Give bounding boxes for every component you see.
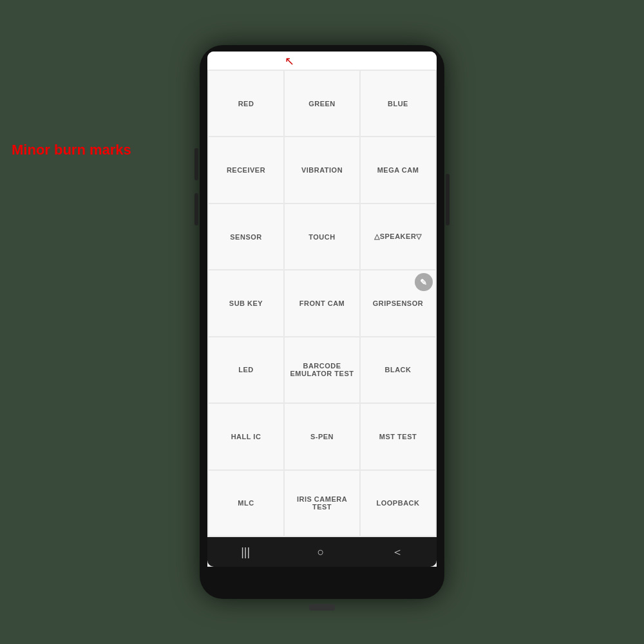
volume-up-button[interactable]: [194, 148, 198, 180]
grid-cell-blue[interactable]: BLUE: [361, 71, 435, 136]
grid-cell-iris-camera[interactable]: IRIS CAMERA TEST: [285, 471, 359, 536]
grid-cell-black[interactable]: BLACK: [361, 337, 435, 402]
grid-cell-loopback[interactable]: LOOPBACK: [361, 471, 435, 536]
navigation-bar: ||| ○ ＜: [207, 537, 437, 567]
arrow-icon: ↖: [285, 54, 294, 68]
grid-cell-barcode[interactable]: BARCODE EMULATOR TEST: [285, 337, 359, 402]
grid-cell-mega-cam[interactable]: MEGA CAM: [361, 137, 435, 202]
back-button[interactable]: ＜: [392, 544, 403, 560]
grid-cell-front-cam[interactable]: FRONT CAM: [285, 270, 359, 336]
grid-cell-red[interactable]: RED: [209, 71, 283, 136]
grid-cell-mst-test[interactable]: MST TEST: [361, 404, 435, 469]
screen-top-bar: ↖: [207, 52, 437, 70]
grid-cell-vibration[interactable]: VIBRATION: [285, 137, 359, 202]
grid-cell-sensor[interactable]: SENSOR: [209, 204, 283, 269]
volume-down-button[interactable]: [194, 193, 198, 225]
power-button[interactable]: [446, 174, 450, 225]
grid-cell-speaker[interactable]: △SPEAKER▽: [361, 204, 435, 269]
edit-fab-button[interactable]: ✎: [415, 273, 433, 291]
grid-cell-touch[interactable]: TOUCH: [285, 204, 359, 269]
home-button[interactable]: ○: [317, 545, 325, 559]
grid-cell-hall-ic[interactable]: HALL IC: [209, 404, 283, 469]
burn-marks-annotation: Minor burn marks: [12, 142, 131, 158]
grid-cell-sub-key[interactable]: SUB KEY: [209, 270, 283, 336]
usb-port: [309, 604, 335, 611]
grid-cell-s-pen[interactable]: S-PEN: [285, 404, 359, 469]
grid-cell-led[interactable]: LED: [209, 337, 283, 402]
grid-cell-receiver[interactable]: RECEIVER: [209, 137, 283, 202]
recents-button[interactable]: |||: [241, 545, 250, 559]
grid-cell-gripsensor[interactable]: GRIPSENSOR✎: [361, 270, 435, 336]
grid-cell-mlc[interactable]: MLC: [209, 471, 283, 536]
phone-screen: ↖ REDGREENBLUERECEIVERVIBRATIONMEGA CAMS…: [207, 52, 437, 567]
phone-device: ↖ REDGREENBLUERECEIVERVIBRATIONMEGA CAMS…: [200, 45, 444, 599]
grid-cell-green[interactable]: GREEN: [285, 71, 359, 136]
test-grid: REDGREENBLUERECEIVERVIBRATIONMEGA CAMSEN…: [207, 70, 437, 537]
